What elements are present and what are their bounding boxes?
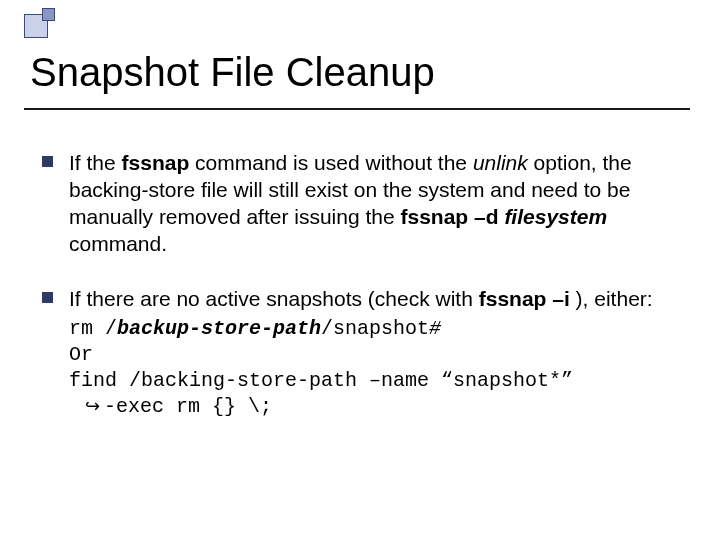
text-run: If there are no active snapshots (check … xyxy=(69,287,479,310)
code-run: -exec rm {} \; xyxy=(104,394,272,420)
code-line: find /backing-store-path –name “snapshot… xyxy=(69,368,678,394)
bullet-square-icon xyxy=(42,156,53,167)
code-line: rm /backup-store-path/snapshot# xyxy=(69,316,678,342)
code-run: rm / xyxy=(69,317,117,340)
bullet-text: If the fssnap command is used without th… xyxy=(69,150,678,258)
code-run: /snapshot xyxy=(321,317,429,340)
deco-square-small xyxy=(42,8,55,21)
arrow-icon: ↪ xyxy=(85,395,100,418)
text-run: command is used without the xyxy=(195,151,473,174)
bullet-text: If there are no active snapshots (check … xyxy=(69,286,678,421)
code-run-italic: # xyxy=(429,317,441,340)
slide-body: If the fssnap command is used without th… xyxy=(42,150,678,448)
text-run-italic: unlink xyxy=(473,151,528,174)
text-run: If the xyxy=(69,151,122,174)
code-line: ↪-exec rm {} \; xyxy=(69,394,678,420)
bullet-item: If there are no active snapshots (check … xyxy=(42,286,678,421)
text-run-bold: fssnap –i xyxy=(479,287,570,310)
code-run-bold-italic: backup-store-path xyxy=(117,317,321,340)
text-run: ), either: xyxy=(576,287,653,310)
slide-title: Snapshot File Cleanup xyxy=(30,50,435,95)
bullet-square-icon xyxy=(42,292,53,303)
text-run-bold: fssnap –d xyxy=(401,205,505,228)
text-run-bold-italic: filesystem xyxy=(504,205,607,228)
text-run-bold: fssnap xyxy=(122,151,190,174)
code-block: rm /backup-store-path/snapshot# Or find … xyxy=(69,316,678,420)
title-underline xyxy=(24,108,690,110)
bullet-item: If the fssnap command is used without th… xyxy=(42,150,678,258)
code-line: Or xyxy=(69,342,678,368)
text-run: command. xyxy=(69,232,167,255)
